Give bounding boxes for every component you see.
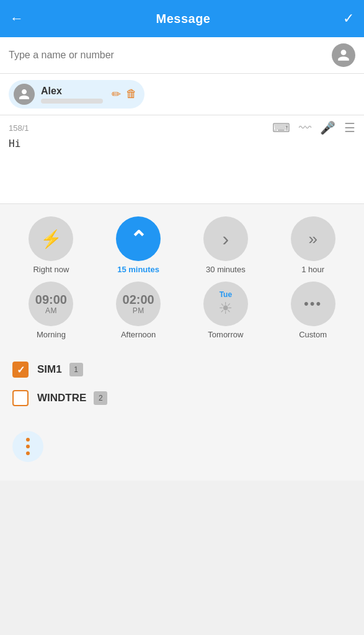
sim1-badge: 1 (69, 363, 83, 376)
afternoon-circle: 02:00 PM (116, 282, 161, 326)
chip-content: Alex (41, 86, 103, 104)
composer-section: 158/1 ⌨ 〰 🎤 ☰ Hi (0, 115, 364, 204)
morning-ampm: AM (45, 306, 57, 315)
morning-time: 09:00 (35, 293, 67, 306)
1-hour-circle: » (291, 216, 335, 261)
contact-chip[interactable]: Alex ✏ 🗑 (9, 80, 144, 109)
edit-contact-button[interactable]: ✏ (112, 87, 121, 101)
1-hour-label: 1 hour (301, 265, 324, 274)
fab-dot-1 (26, 438, 30, 442)
sim1-item: ✓ SIM1 1 (12, 355, 352, 384)
sun-icon: ☀ (218, 299, 233, 318)
tomorrow-circle: Tue ☀ (203, 282, 248, 326)
tomorrow-label: Tomorrow (208, 330, 243, 339)
sim2-label: WINDTRE (37, 392, 86, 404)
page-title: Message (156, 12, 211, 26)
chevron-up-icon: ⌃ (130, 226, 147, 251)
30-minutes-label: 30 minutes (206, 265, 246, 274)
custom-label: Custom (299, 330, 327, 339)
toolbar-icons: ⌨ 〰 🎤 ☰ (272, 120, 355, 135)
afternoon-label: Afternoon (121, 330, 156, 339)
sim1-row: SIM1 1 (37, 363, 83, 376)
sim1-checkbox[interactable]: ✓ (12, 362, 29, 378)
recipient-input[interactable] (9, 50, 327, 61)
schedule-15-minutes[interactable]: ⌃ 15 minutes (97, 216, 180, 274)
schedule-grid: ⚡ Right now ⌃ 15 minutes › 30 minutes » … (10, 216, 354, 339)
custom-circle: ••• (291, 282, 335, 326)
15-minutes-circle: ⌃ (116, 216, 161, 261)
fab-dot-2 (26, 445, 30, 448)
list-icon[interactable]: ☰ (344, 120, 355, 135)
afternoon-time: 02:00 (123, 293, 154, 306)
contacts-button[interactable] (332, 43, 355, 67)
schedule-custom[interactable]: ••• Custom (272, 282, 354, 339)
right-now-circle: ⚡ (29, 216, 73, 261)
sim2-badge: 2 (94, 391, 107, 405)
afternoon-ampm: PM (133, 306, 144, 315)
chip-actions: ✏ 🗑 (112, 87, 137, 101)
tomorrow-day: Tue (220, 290, 232, 299)
sim2-checkbox[interactable] (12, 390, 29, 406)
schedule-right-now[interactable]: ⚡ Right now (10, 216, 92, 274)
chip-avatar (14, 84, 35, 105)
morning-label: Morning (37, 330, 66, 339)
char-count: 158/1 (9, 123, 29, 133)
sim2-row: WINDTRE 2 (37, 391, 107, 405)
15-minutes-label: 15 minutes (117, 265, 159, 274)
keyboard-icon[interactable]: ⌨ (272, 120, 290, 135)
confirm-button[interactable]: ✓ (343, 11, 354, 27)
schedule-morning[interactable]: 09:00 AM Morning (10, 282, 92, 339)
schedule-afternoon[interactable]: 02:00 PM Afternoon (97, 282, 180, 339)
app-header: ← Message ✓ (0, 0, 364, 37)
composer-toolbar: 158/1 ⌨ 〰 🎤 ☰ (9, 120, 355, 135)
sim1-label: SIM1 (37, 363, 62, 376)
lightning-icon: ⚡ (40, 229, 62, 249)
double-chevron-icon: » (308, 229, 317, 249)
schedule-tomorrow[interactable]: Tue ☀ Tomorrow (185, 282, 267, 339)
chips-section: Alex ✏ 🗑 (0, 74, 364, 115)
single-chevron-icon: › (223, 228, 229, 251)
right-now-label: Right now (33, 265, 69, 274)
delete-contact-button[interactable]: 🗑 (126, 87, 137, 101)
more-options-fab[interactable] (12, 431, 43, 462)
fab-section (0, 419, 364, 481)
ellipsis-icon: ••• (304, 296, 322, 312)
back-button[interactable]: ← (10, 11, 24, 27)
schedule-1-hour[interactable]: » 1 hour (272, 216, 354, 274)
message-input[interactable]: Hi (9, 138, 355, 193)
chip-phone-blurred (41, 99, 103, 104)
microphone-icon[interactable]: 🎤 (320, 120, 335, 135)
sim2-item: WINDTRE 2 (12, 384, 352, 412)
fab-dot-3 (26, 451, 30, 455)
voice-wave-icon[interactable]: 〰 (299, 121, 311, 135)
morning-circle: 09:00 AM (29, 282, 73, 326)
chip-name: Alex (41, 86, 103, 97)
to-section (0, 37, 364, 74)
30-minutes-circle: › (203, 216, 248, 261)
sim-section: ✓ SIM1 1 WINDTRE 2 (0, 349, 364, 419)
schedule-section: ⚡ Right now ⌃ 15 minutes › 30 minutes » … (0, 204, 364, 349)
schedule-30-minutes[interactable]: › 30 minutes (185, 216, 267, 274)
